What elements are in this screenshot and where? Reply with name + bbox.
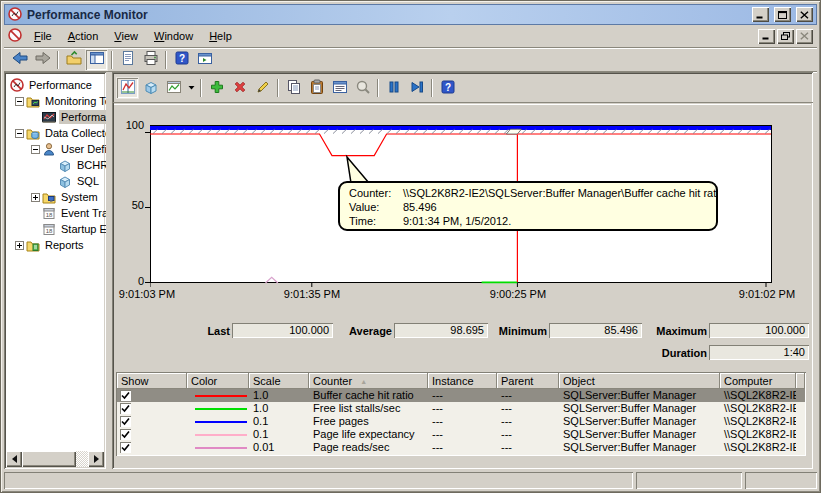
show-checkbox[interactable] [120,403,131,414]
legend-cell-color [187,434,249,436]
mdi-close-button-disabled [796,29,813,44]
tooltip-time: 9:01:34 PM, 1/5/2012. [403,214,511,228]
add-counter-icon [209,79,225,98]
scrollbar-thumb[interactable] [22,451,76,467]
legend-column-header-color[interactable]: Color [187,373,249,389]
performance-monitor-icon [8,7,22,23]
tree-expander-expand[interactable] [15,240,24,249]
legend-cell-computer: \\SQL2K8R2-IE2 [720,402,796,415]
menu-items: FileActionViewWindowHelp [26,28,240,44]
mdi-minimize-button[interactable] [758,29,775,44]
check-icon [120,390,131,401]
view-current-activity-button[interactable] [116,77,139,99]
update-data-icon [409,79,425,98]
tree-item-reports[interactable]: Reports [26,237,86,253]
legend-column-header-computer[interactable]: Computer [720,373,796,389]
legend-row-page-life-expectancy[interactable]: 0.1Page life expectancy------SQLServer:B… [117,428,805,441]
tree-item-system[interactable]: System [42,189,100,205]
menu-view[interactable]: View [106,28,146,44]
highlight-button[interactable] [251,77,274,99]
legend-row-free-pages[interactable]: 0.1Free pages------SQLServer:Buffer Mana… [117,415,805,428]
legend-cell-parent: --- [497,402,559,415]
average-value-box: 98.695 [394,323,488,338]
check-icon [120,416,131,427]
window-controls [750,7,813,22]
legend-row-buffer-cache-hit-ratio[interactable]: 1.0Buffer cache hit ratio------SQLServer… [117,389,805,402]
minimize-button[interactable] [752,7,769,22]
back-button[interactable] [8,49,31,71]
tree-item-user-defined[interactable]: User Defined [42,141,106,157]
view-log-data-button[interactable] [139,77,162,99]
menu-file[interactable]: File [26,28,60,44]
tree-expander-collapse[interactable] [31,144,40,153]
legend-column-header-object[interactable]: Object [559,373,720,389]
forward-button[interactable] [31,49,54,71]
properties-document-button[interactable] [116,49,139,71]
toolbar-separator-1 [57,51,59,69]
add-counter-button[interactable] [205,77,228,99]
tree-item-label: Performance [27,78,94,92]
zoom-icon [355,79,371,98]
legend-row-free-list-stalls-sec[interactable]: 1.0Free list stalls/sec------SQLServer:B… [117,402,805,415]
tree-expander-collapse[interactable] [15,96,24,105]
tree-item-event-trace-sessions[interactable]: 18Event Trace Sessions [42,205,106,221]
show-checkbox[interactable] [120,442,131,453]
tree-item-performance-monitor[interactable]: Performance Monitor [42,109,106,125]
close-button[interactable] [796,7,813,22]
show-checkbox[interactable] [120,429,131,440]
status-bar [4,469,817,489]
legend-column-header-instance[interactable]: Instance [428,373,497,389]
delete-counter-button[interactable] [228,77,251,99]
chart-type-dropdown-button[interactable] [185,77,197,99]
legend-column-header-counter[interactable]: Counter▲ [309,373,428,389]
export-folder-button[interactable] [62,49,85,71]
menu-help[interactable]: Help [201,28,240,44]
show-hide-console-tree-button[interactable] [85,49,108,71]
legend-cell-counter: Page reads/sec [309,441,428,454]
tree-item-monitoring-tools[interactable]: Monitoring Tools [26,93,106,109]
check-icon [120,403,131,414]
x-tick-3: 9:00:25 PM [490,288,546,300]
show-checkbox[interactable] [120,416,131,427]
legend-row-page-reads-sec[interactable]: 0.01Page reads/sec------SQLServer:Buffer… [117,441,805,454]
update-data-button[interactable] [405,77,428,99]
legend-cell-object: SQLServer:Buffer Manager [559,389,720,402]
mdi-restore-button[interactable] [777,29,794,44]
tree-expander-expand[interactable] [31,192,40,201]
scroll-left-button[interactable] [6,451,22,467]
print-button[interactable] [139,49,162,71]
tree-item-bchr[interactable]: BCHR [58,157,106,173]
tree-item-performance[interactable]: Performance [10,77,94,93]
menu-action[interactable]: Action [60,28,107,44]
paste-counter-list-button[interactable] [305,77,328,99]
tooltip-value-label: Value: [349,200,403,214]
help-icon: ? [440,79,456,98]
counter-color-line [195,434,247,436]
scroll-right-button[interactable] [88,451,104,467]
copy-properties-button[interactable] [282,77,305,99]
last-label: Last [174,324,230,338]
x-tick-1: 9:01:03 PM [119,288,175,300]
legend-column-header-scale[interactable]: Scale [249,373,309,389]
performance-chart-icon [42,110,56,124]
legend-column-header-parent[interactable]: Parent [497,373,559,389]
help-button[interactable]: ? [436,77,459,99]
average-label: Average [336,324,392,338]
counter-color-line [195,408,247,410]
new-window-button[interactable] [193,49,216,71]
freeze-display-icon [386,79,402,98]
tree-item-data-collector-sets[interactable]: Data Collector Sets [26,125,106,141]
freeze-display-button[interactable] [382,77,405,99]
help-button[interactable]: ? [170,49,193,71]
maximize-button[interactable] [774,7,791,22]
tree-item-sql[interactable]: SQL [58,173,101,189]
tree-expander-collapse[interactable] [15,128,24,137]
properties-button[interactable] [328,77,351,99]
main-toolbar: ? [4,48,817,72]
legend-column-header-show[interactable]: Show [117,373,187,389]
chart-type-button[interactable] [162,77,185,99]
menu-window[interactable]: Window [146,28,201,44]
tree-horizontal-scrollbar[interactable] [6,451,104,467]
tree-item-startup-event-trace[interactable]: 18Startup Event Trace [42,221,106,237]
show-checkbox[interactable] [120,390,131,401]
